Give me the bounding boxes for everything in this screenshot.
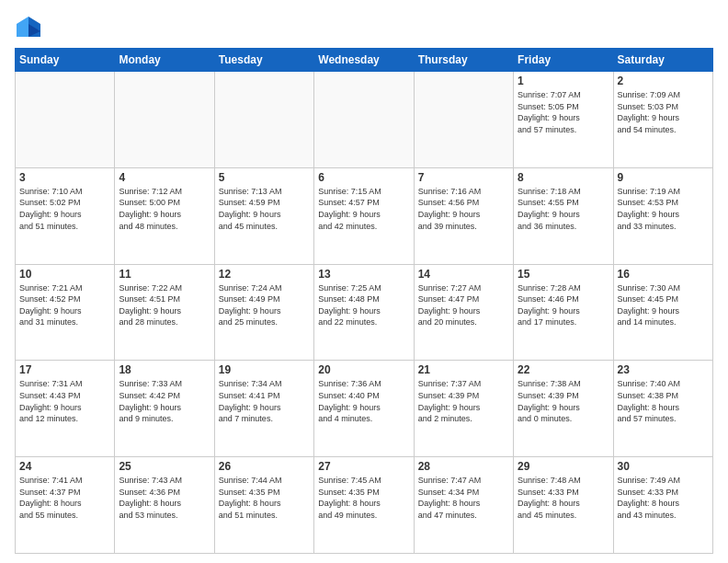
day-info: Sunrise: 7:21 AM Sunset: 4:52 PM Dayligh…	[19, 282, 110, 328]
day-number: 23	[618, 363, 709, 376]
day-number: 6	[318, 171, 409, 184]
day-number: 12	[219, 268, 310, 281]
day-number: 1	[518, 75, 609, 87]
day-cell: 13Sunrise: 7:25 AM Sunset: 4:48 PM Dayli…	[314, 264, 414, 361]
day-cell: 16Sunrise: 7:30 AM Sunset: 4:45 PM Dayli…	[613, 264, 712, 361]
day-info: Sunrise: 7:22 AM Sunset: 4:51 PM Dayligh…	[119, 282, 210, 328]
day-info: Sunrise: 7:48 AM Sunset: 4:33 PM Dayligh…	[518, 475, 609, 521]
day-number: 14	[418, 268, 509, 281]
day-info: Sunrise: 7:33 AM Sunset: 4:42 PM Dayligh…	[119, 378, 210, 424]
day-info: Sunrise: 7:15 AM Sunset: 4:57 PM Dayligh…	[318, 186, 409, 232]
weekday-tuesday: Tuesday	[214, 49, 313, 72]
day-cell: 8Sunrise: 7:18 AM Sunset: 4:55 PM Daylig…	[514, 167, 613, 264]
day-info: Sunrise: 7:13 AM Sunset: 4:59 PM Dayligh…	[219, 186, 310, 232]
day-cell: 30Sunrise: 7:49 AM Sunset: 4:33 PM Dayli…	[613, 457, 712, 554]
day-number: 30	[618, 460, 709, 473]
day-number: 27	[318, 460, 409, 473]
day-cell: 20Sunrise: 7:36 AM Sunset: 4:40 PM Dayli…	[314, 361, 414, 457]
day-number: 17	[19, 363, 110, 376]
day-cell: 6Sunrise: 7:15 AM Sunset: 4:57 PM Daylig…	[314, 167, 414, 264]
day-cell: 12Sunrise: 7:24 AM Sunset: 4:49 PM Dayli…	[214, 264, 313, 361]
day-info: Sunrise: 7:45 AM Sunset: 4:35 PM Dayligh…	[318, 475, 409, 521]
day-info: Sunrise: 7:30 AM Sunset: 4:45 PM Dayligh…	[618, 282, 709, 328]
day-info: Sunrise: 7:12 AM Sunset: 5:00 PM Dayligh…	[119, 186, 210, 232]
day-cell: 10Sunrise: 7:21 AM Sunset: 4:52 PM Dayli…	[16, 264, 115, 361]
day-cell: 27Sunrise: 7:45 AM Sunset: 4:35 PM Dayli…	[314, 457, 414, 554]
logo	[15, 15, 46, 40]
day-number: 8	[518, 171, 609, 184]
header	[15, 15, 713, 40]
day-cell: 25Sunrise: 7:43 AM Sunset: 4:36 PM Dayli…	[115, 457, 214, 554]
day-number: 22	[518, 363, 609, 376]
day-cell: 2Sunrise: 7:09 AM Sunset: 5:03 PM Daylig…	[613, 72, 712, 168]
day-cell: 17Sunrise: 7:31 AM Sunset: 4:43 PM Dayli…	[16, 361, 115, 457]
day-cell: 19Sunrise: 7:34 AM Sunset: 4:41 PM Dayli…	[214, 361, 313, 457]
day-number: 20	[318, 363, 409, 376]
day-cell: 26Sunrise: 7:44 AM Sunset: 4:35 PM Dayli…	[214, 457, 313, 554]
page: SundayMondayTuesdayWednesdayThursdayFrid…	[0, 0, 728, 563]
day-number: 3	[19, 171, 110, 184]
day-number: 29	[518, 460, 609, 473]
day-number: 16	[618, 268, 709, 281]
day-info: Sunrise: 7:18 AM Sunset: 4:55 PM Dayligh…	[518, 186, 609, 232]
day-info: Sunrise: 7:49 AM Sunset: 4:33 PM Dayligh…	[618, 475, 709, 521]
weekday-saturday: Saturday	[613, 49, 712, 72]
day-cell: 28Sunrise: 7:47 AM Sunset: 4:34 PM Dayli…	[414, 457, 513, 554]
day-info: Sunrise: 7:34 AM Sunset: 4:41 PM Dayligh…	[219, 378, 310, 424]
weekday-monday: Monday	[115, 49, 214, 72]
day-number: 26	[219, 460, 310, 473]
day-info: Sunrise: 7:25 AM Sunset: 4:48 PM Dayligh…	[318, 282, 409, 328]
day-cell	[16, 72, 115, 168]
day-number: 15	[518, 268, 609, 281]
day-number: 13	[318, 268, 409, 281]
day-info: Sunrise: 7:40 AM Sunset: 4:38 PM Dayligh…	[618, 378, 709, 424]
svg-marker-1	[17, 17, 28, 37]
day-cell: 11Sunrise: 7:22 AM Sunset: 4:51 PM Dayli…	[115, 264, 214, 361]
day-cell: 24Sunrise: 7:41 AM Sunset: 4:37 PM Dayli…	[16, 457, 115, 554]
day-info: Sunrise: 7:16 AM Sunset: 4:56 PM Dayligh…	[418, 186, 509, 232]
calendar-table: SundayMondayTuesdayWednesdayThursdayFrid…	[15, 48, 713, 554]
weekday-wednesday: Wednesday	[314, 49, 414, 72]
day-cell	[414, 72, 513, 168]
day-number: 19	[219, 363, 310, 376]
weekday-thursday: Thursday	[414, 49, 513, 72]
day-cell: 3Sunrise: 7:10 AM Sunset: 5:02 PM Daylig…	[16, 167, 115, 264]
day-number: 24	[19, 460, 110, 473]
day-info: Sunrise: 7:09 AM Sunset: 5:03 PM Dayligh…	[618, 89, 709, 135]
week-row-5: 24Sunrise: 7:41 AM Sunset: 4:37 PM Dayli…	[16, 457, 713, 554]
week-row-3: 10Sunrise: 7:21 AM Sunset: 4:52 PM Dayli…	[16, 264, 713, 361]
weekday-friday: Friday	[514, 49, 613, 72]
day-info: Sunrise: 7:36 AM Sunset: 4:40 PM Dayligh…	[318, 378, 409, 424]
day-info: Sunrise: 7:38 AM Sunset: 4:39 PM Dayligh…	[518, 378, 609, 424]
weekday-sunday: Sunday	[16, 49, 115, 72]
day-number: 11	[119, 268, 210, 281]
day-number: 9	[618, 171, 709, 184]
day-info: Sunrise: 7:44 AM Sunset: 4:35 PM Dayligh…	[219, 475, 310, 521]
day-cell: 15Sunrise: 7:28 AM Sunset: 4:46 PM Dayli…	[514, 264, 613, 361]
day-info: Sunrise: 7:27 AM Sunset: 4:47 PM Dayligh…	[418, 282, 509, 328]
day-number: 28	[418, 460, 509, 473]
day-number: 4	[119, 171, 210, 184]
day-cell: 7Sunrise: 7:16 AM Sunset: 4:56 PM Daylig…	[414, 167, 513, 264]
week-row-4: 17Sunrise: 7:31 AM Sunset: 4:43 PM Dayli…	[16, 361, 713, 457]
day-info: Sunrise: 7:19 AM Sunset: 4:53 PM Dayligh…	[618, 186, 709, 232]
day-info: Sunrise: 7:37 AM Sunset: 4:39 PM Dayligh…	[418, 378, 509, 424]
day-cell: 4Sunrise: 7:12 AM Sunset: 5:00 PM Daylig…	[115, 167, 214, 264]
day-info: Sunrise: 7:28 AM Sunset: 4:46 PM Dayligh…	[518, 282, 609, 328]
day-cell	[115, 72, 214, 168]
day-cell: 5Sunrise: 7:13 AM Sunset: 4:59 PM Daylig…	[214, 167, 313, 264]
day-info: Sunrise: 7:43 AM Sunset: 4:36 PM Dayligh…	[119, 475, 210, 521]
day-info: Sunrise: 7:31 AM Sunset: 4:43 PM Dayligh…	[19, 378, 110, 424]
day-info: Sunrise: 7:24 AM Sunset: 4:49 PM Dayligh…	[219, 282, 310, 328]
day-info: Sunrise: 7:07 AM Sunset: 5:05 PM Dayligh…	[518, 89, 609, 135]
day-number: 5	[219, 171, 310, 184]
day-info: Sunrise: 7:47 AM Sunset: 4:34 PM Dayligh…	[418, 475, 509, 521]
day-cell: 1Sunrise: 7:07 AM Sunset: 5:05 PM Daylig…	[514, 72, 613, 168]
day-info: Sunrise: 7:41 AM Sunset: 4:37 PM Dayligh…	[19, 475, 110, 521]
day-number: 2	[618, 75, 709, 87]
day-cell: 22Sunrise: 7:38 AM Sunset: 4:39 PM Dayli…	[514, 361, 613, 457]
day-cell: 29Sunrise: 7:48 AM Sunset: 4:33 PM Dayli…	[514, 457, 613, 554]
logo-icon	[15, 15, 42, 40]
day-cell: 14Sunrise: 7:27 AM Sunset: 4:47 PM Dayli…	[414, 264, 513, 361]
day-info: Sunrise: 7:10 AM Sunset: 5:02 PM Dayligh…	[19, 186, 110, 232]
